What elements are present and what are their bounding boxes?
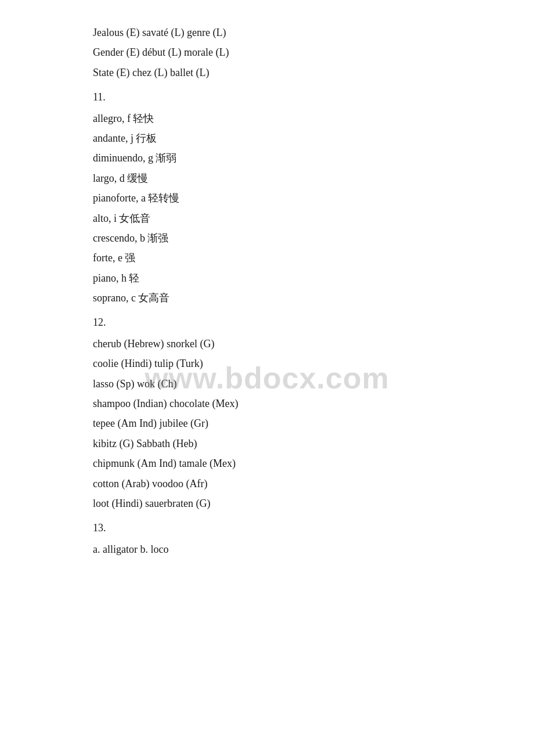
entry: State (E) chez (L) ballet (L) — [93, 63, 441, 82]
page-content: Jealous (E) savaté (L) genre (L)Gender (… — [0, 0, 534, 583]
entry: a. alligator b. loco — [93, 540, 441, 559]
entry: Gender (E) début (L) morale (L) — [93, 43, 441, 62]
entry: piano, h 轻 — [93, 269, 441, 287]
entry: loot (Hindi) sauerbraten (G) — [93, 494, 441, 513]
entry: kibitz (G) Sabbath (Heb) — [93, 434, 441, 453]
entry: diminuendo, g 渐弱 — [93, 149, 441, 167]
entry: crescendo, b 渐强 — [93, 229, 441, 247]
section-number: 13. — [93, 519, 441, 537]
entry: lasso (Sp) wok (Ch) — [93, 375, 441, 393]
entry: alto, i 女低音 — [93, 209, 441, 228]
entry: shampoo (Indian) chocolate (Mex) — [93, 394, 441, 413]
entry: Jealous (E) savaté (L) genre (L) — [93, 23, 441, 42]
entry: cotton (Arab) voodoo (Afr) — [93, 474, 441, 493]
entry: soprano, c 女高音 — [93, 289, 441, 307]
section-number: 11. — [93, 88, 441, 106]
entry: allegro, f 轻快 — [93, 109, 441, 128]
entry: cherub (Hebrew) snorkel (G) — [93, 334, 441, 353]
section-number: 12. — [93, 313, 441, 332]
entry: tepee (Am Ind) jubilee (Gr) — [93, 414, 441, 433]
entry: forte, e 强 — [93, 249, 441, 267]
entry: coolie (Hindi) tulip (Turk) — [93, 354, 441, 373]
entry: pianoforte, a 轻转慢 — [93, 189, 441, 207]
entry: andante, j 行板 — [93, 129, 441, 147]
entry: largo, d 缓慢 — [93, 169, 441, 188]
entry: chipmunk (Am Ind) tamale (Mex) — [93, 454, 441, 473]
